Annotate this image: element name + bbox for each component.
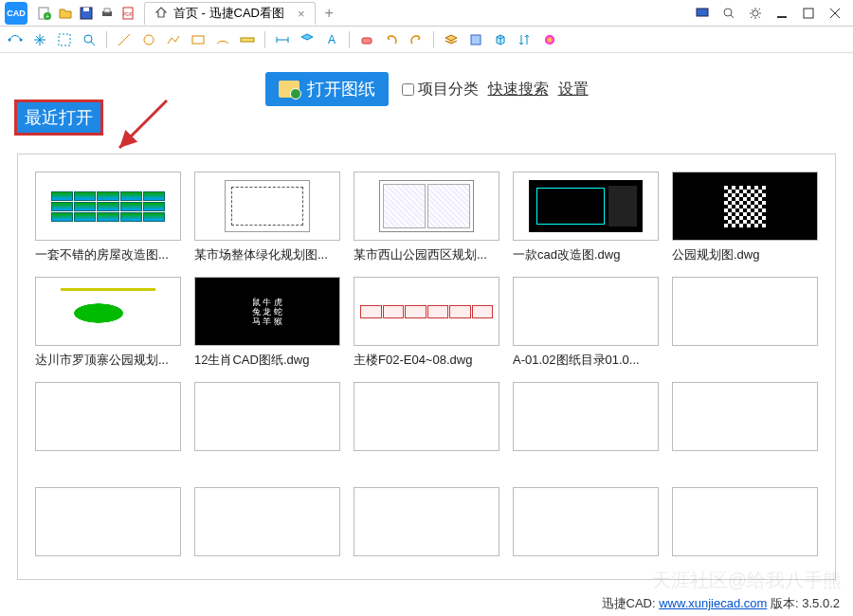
svg-point-32 [545, 35, 554, 45]
recent-open-badge: 最近打开 [14, 100, 103, 136]
file-label [194, 457, 340, 474]
gear-icon[interactable] [747, 5, 764, 22]
svg-line-22 [118, 34, 130, 45]
file-card[interactable]: 某市场整体绿化规划图... [194, 172, 340, 263]
svg-line-11 [731, 15, 734, 18]
file-label [194, 562, 340, 579]
dimension-icon[interactable] [273, 30, 292, 49]
project-group-checkbox[interactable]: 项目分类 [402, 80, 479, 100]
new-tab-button[interactable]: + [325, 5, 334, 22]
close-button[interactable] [826, 5, 844, 22]
sort-icon[interactable] [516, 30, 535, 49]
file-label [35, 457, 181, 474]
file-card[interactable] [194, 382, 340, 474]
redo-icon[interactable] [407, 30, 426, 49]
arc-icon[interactable] [213, 30, 232, 49]
svg-rect-25 [241, 38, 254, 42]
color-wheel-icon[interactable] [540, 30, 559, 49]
file-card[interactable]: 达川市罗顶寨公园规划... [35, 277, 181, 369]
file-label [672, 457, 818, 474]
footer: 迅捷CAD: www.xunjiecad.com 版本: 3.5.0.2 [602, 595, 840, 612]
footer-url[interactable]: www.xunjiecad.com [659, 596, 767, 610]
search-small-icon[interactable] [720, 5, 737, 22]
zoom-icon[interactable] [80, 30, 99, 49]
svg-point-10 [724, 9, 732, 16]
footer-brand: 迅捷CAD: [602, 596, 656, 610]
app-logo: CAD [0, 0, 32, 27]
option-links: 项目分类 快速搜索 设置 [402, 80, 589, 100]
layer-icon[interactable] [298, 30, 317, 49]
file-card[interactable]: 公园规划图.dwg [672, 172, 818, 263]
file-card[interactable] [194, 487, 340, 579]
file-label: 公园规划图.dwg [672, 246, 818, 263]
text-icon[interactable]: A [322, 30, 341, 49]
file-label: 达川市罗顶寨公园规划... [35, 352, 181, 369]
pan-icon[interactable] [30, 30, 49, 49]
maximize-button[interactable] [800, 5, 817, 22]
settings-link[interactable]: 设置 [558, 80, 589, 100]
file-card[interactable] [513, 382, 659, 474]
file-label [672, 352, 818, 369]
svg-point-17 [9, 38, 11, 41]
topbar: 打开图纸 项目分类 快速搜索 设置 [9, 72, 844, 106]
cube-icon[interactable] [491, 30, 510, 49]
pdf-icon[interactable]: PDF [119, 5, 136, 22]
recent-files-panel: 一套不错的房屋改造图... 某市场整体绿化规划图... 某市西山公园西区规划..… [17, 154, 836, 580]
svg-rect-24 [192, 36, 204, 44]
file-card[interactable] [672, 382, 818, 474]
quick-search-link[interactable]: 快速搜索 [488, 80, 549, 100]
file-card[interactable] [354, 487, 499, 579]
svg-rect-6 [104, 9, 110, 12]
circle-icon[interactable] [139, 30, 158, 49]
file-card[interactable]: 一款cad改造图.dwg [513, 172, 659, 263]
block-icon[interactable] [466, 30, 485, 49]
svg-rect-19 [59, 34, 70, 45]
line-icon[interactable] [115, 30, 134, 49]
file-grid: 一套不错的房屋改造图... 某市场整体绿化规划图... 某市西山公园西区规划..… [35, 172, 818, 579]
undo-icon[interactable] [382, 30, 401, 49]
file-card[interactable]: 主楼F02-E04~08.dwg [354, 277, 499, 369]
file-card[interactable] [35, 382, 181, 474]
file-card[interactable]: 某市西山公园西区规划... [354, 172, 499, 263]
print-icon[interactable] [99, 5, 116, 22]
file-card[interactable] [354, 382, 499, 474]
file-card[interactable]: 一套不错的房屋改造图... [35, 172, 181, 263]
monitor-icon[interactable] [694, 5, 711, 22]
file-label [354, 457, 499, 474]
file-label: 12生肖CAD图纸.dwg [194, 352, 340, 369]
select-rect-icon[interactable] [55, 30, 74, 49]
file-label: 某市西山公园西区规划... [354, 246, 499, 263]
tab-home[interactable]: 首页 - 迅捷CAD看图 × [144, 2, 316, 25]
file-label [513, 562, 659, 579]
new-file-icon[interactable]: + [36, 5, 53, 22]
file-card[interactable] [35, 487, 181, 579]
file-card[interactable] [672, 487, 818, 579]
content-area: 打开图纸 项目分类 快速搜索 设置 一套不错的房屋改造图... 某市场整体绿化规… [0, 53, 853, 597]
save-icon[interactable] [78, 5, 95, 22]
svg-point-12 [753, 10, 758, 16]
open-drawing-button[interactable]: 打开图纸 [265, 72, 389, 106]
svg-point-18 [20, 38, 23, 41]
svg-rect-14 [804, 9, 813, 18]
layers-stack-icon[interactable] [442, 30, 461, 49]
svg-text:+: + [45, 13, 49, 20]
file-label: 主楼F02-E04~08.dwg [354, 352, 499, 369]
erase-icon[interactable] [357, 30, 376, 49]
svg-text:PDF: PDF [123, 11, 133, 17]
minimize-button[interactable] [773, 5, 790, 22]
open-folder-icon[interactable] [57, 5, 74, 22]
file-card[interactable]: 鼠 牛 虎兔 龙 蛇马 羊 猴12生肖CAD图纸.dwg [194, 277, 340, 369]
rectangle-icon[interactable] [189, 30, 208, 49]
snap-icon[interactable] [6, 30, 25, 49]
close-icon[interactable]: × [298, 7, 305, 21]
svg-rect-4 [83, 8, 89, 11]
measure-icon[interactable] [238, 30, 257, 49]
file-card[interactable]: A-01.02图纸目录01.0... [513, 277, 659, 369]
polyline-icon[interactable] [164, 30, 183, 49]
quick-toolbar: + PDF [32, 5, 140, 22]
file-card[interactable] [672, 277, 818, 369]
svg-point-20 [84, 35, 92, 43]
file-card[interactable] [513, 487, 659, 579]
svg-line-21 [91, 42, 95, 45]
file-label: 一套不错的房屋改造图... [35, 246, 181, 263]
